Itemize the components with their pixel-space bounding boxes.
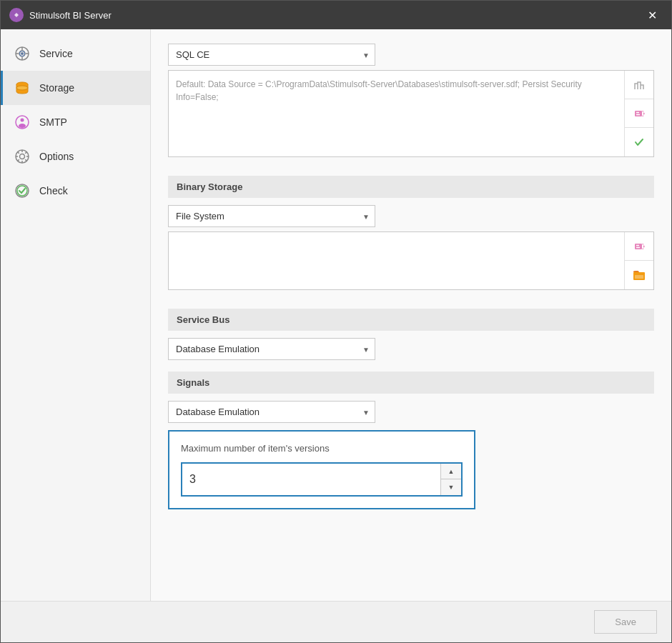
svg-marker-15	[642, 111, 645, 116]
service-bus-select-wrapper: Database Emulation Redis Azure Service B…	[168, 338, 375, 360]
close-button[interactable]: ✕	[641, 4, 663, 26]
signals-select[interactable]: Database Emulation Redis Azure Service B…	[168, 401, 375, 423]
signals-select-wrapper: Database Emulation Redis Azure Service B…	[168, 401, 375, 423]
svg-point-6	[16, 86, 28, 90]
app-icon	[9, 8, 24, 22]
options-icon	[12, 146, 32, 166]
binary-storage-area	[168, 231, 654, 290]
footer: Save	[1, 601, 671, 642]
cs-confirm-button[interactable]	[625, 128, 653, 156]
database-select-wrapper: SQL CE SQLite MySQL PostgreSQL ▼	[168, 44, 375, 66]
sidebar-label-check: Check	[39, 185, 68, 196]
svg-rect-23	[635, 275, 643, 279]
svg-point-9	[19, 124, 26, 128]
service-bus-header: Service Bus	[168, 309, 654, 331]
title-bar: Stimulsoft BI Server ✕	[1, 1, 671, 29]
binary-storage-header: Binary Storage	[168, 176, 654, 198]
content-area: SQL CE SQLite MySQL PostgreSQL ▼ Default…	[151, 29, 671, 601]
binary-select-wrapper: File System Database ▼	[168, 205, 375, 227]
service-bus-select[interactable]: Database Emulation Redis Azure Service B…	[168, 338, 375, 360]
cs-clear-button[interactable]	[625, 99, 653, 128]
versions-title: Maximum number of item's versions	[181, 443, 463, 454]
sidebar-label-options: Options	[39, 151, 74, 162]
sidebar-label-storage: Storage	[39, 82, 74, 94]
database-section: SQL CE SQLite MySQL PostgreSQL ▼	[168, 44, 654, 66]
spinner-buttons: ▲ ▼	[440, 464, 461, 495]
binary-select[interactable]: File System Database	[168, 205, 375, 227]
main-window: Stimulsoft BI Server ✕	[0, 0, 672, 643]
check-icon	[12, 181, 32, 201]
svg-rect-18	[635, 244, 642, 249]
window-title: Stimulsoft BI Server	[29, 10, 641, 21]
svg-marker-19	[642, 244, 645, 249]
sidebar-item-service[interactable]: Service	[1, 36, 150, 71]
service-icon	[12, 44, 32, 64]
versions-input[interactable]	[182, 464, 440, 495]
spinner-wrapper: ▲ ▼	[181, 462, 463, 497]
sidebar-item-storage[interactable]: Storage	[1, 71, 150, 105]
connection-string-buttons	[624, 71, 653, 156]
signals-select-row: Database Emulation Redis Azure Service B…	[168, 401, 654, 423]
versions-box: Maximum number of item's versions ▲ ▼	[168, 430, 475, 509]
sidebar-item-smtp[interactable]: SMTP	[1, 105, 150, 139]
spinner-up-button[interactable]: ▲	[441, 464, 461, 479]
svg-point-8	[21, 119, 24, 122]
sidebar-item-check[interactable]: Check	[1, 174, 150, 208]
cs-chart-button[interactable]	[625, 71, 653, 99]
main-content: Service Storage	[1, 29, 671, 601]
svg-rect-14	[635, 111, 642, 116]
sidebar: Service Storage	[1, 29, 151, 601]
binary-buttons	[624, 232, 653, 289]
svg-point-11	[20, 154, 25, 159]
svg-point-4	[21, 53, 24, 55]
binary-storage-select-row: File System Database ▼	[168, 205, 654, 227]
sidebar-label-smtp: SMTP	[39, 116, 67, 128]
storage-icon	[12, 78, 32, 98]
connection-string-text[interactable]: Default: Data Source = C:\ProgramData\St…	[169, 71, 624, 156]
save-button[interactable]: Save	[594, 610, 657, 634]
database-select[interactable]: SQL CE SQLite MySQL PostgreSQL	[168, 44, 375, 66]
signals-header: Signals	[168, 372, 654, 394]
smtp-icon	[12, 112, 32, 132]
spinner-down-button[interactable]: ▼	[441, 479, 461, 495]
binary-folder-button[interactable]	[625, 261, 653, 289]
binary-text	[169, 232, 624, 289]
binary-clear-button[interactable]	[625, 232, 653, 261]
service-bus-select-row: Database Emulation Redis Azure Service B…	[168, 338, 654, 360]
connection-string-area: Default: Data Source = C:\ProgramData\St…	[168, 70, 654, 157]
sidebar-item-options[interactable]: Options	[1, 139, 150, 174]
sidebar-label-service: Service	[39, 48, 73, 59]
